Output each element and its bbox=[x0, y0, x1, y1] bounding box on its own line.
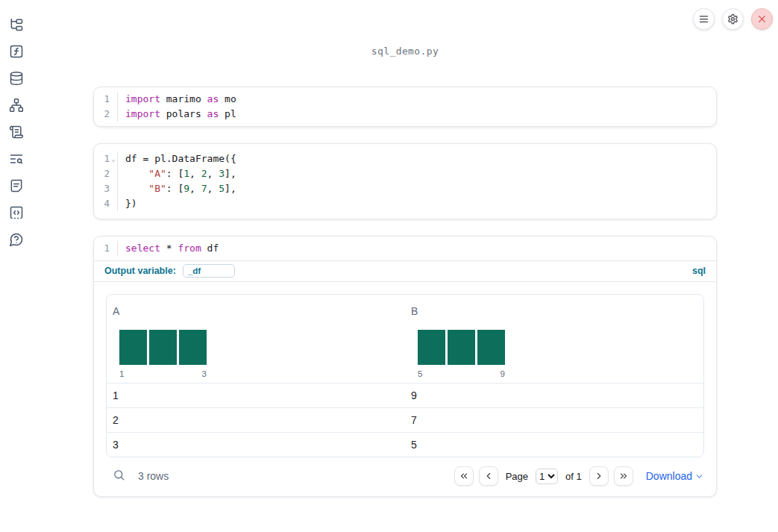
code-line[interactable]: 1⌄df = pl.DataFrame({ bbox=[94, 151, 716, 166]
cell-sql[interactable]: 1select * from df Output variable: sql A… bbox=[93, 236, 717, 497]
histogram-min-label: 5 bbox=[418, 369, 422, 378]
first-page-icon bbox=[459, 471, 469, 481]
database-icon[interactable] bbox=[9, 71, 24, 86]
code-line[interactable]: 1import marimo as mo bbox=[94, 92, 716, 107]
histogram-min-label: 1 bbox=[119, 369, 124, 378]
table-row[interactable]: 19 bbox=[107, 383, 703, 407]
code-editor-sql[interactable]: 1select * from df bbox=[94, 237, 716, 260]
histogram-bar[interactable] bbox=[179, 330, 207, 365]
document-icon[interactable] bbox=[9, 178, 24, 193]
download-button[interactable]: Download bbox=[646, 470, 704, 482]
line-number: 4 bbox=[94, 196, 118, 211]
column-name: A bbox=[113, 305, 405, 317]
histogram-bar[interactable] bbox=[119, 330, 147, 365]
next-page-icon bbox=[594, 471, 604, 481]
column-name: B bbox=[411, 305, 703, 317]
output-variable-input[interactable] bbox=[183, 264, 235, 278]
notebook-filename: sql_demo.py bbox=[93, 46, 717, 57]
code-line[interactable]: 1select * from df bbox=[94, 241, 716, 256]
scroll-text-icon[interactable] bbox=[9, 125, 24, 140]
file-tree-icon[interactable] bbox=[9, 17, 24, 32]
settings-button[interactable] bbox=[722, 8, 744, 30]
table-body: 192735 bbox=[107, 383, 703, 457]
column-header[interactable]: A13 bbox=[107, 305, 405, 378]
output-variable-label: Output variable: bbox=[104, 266, 176, 276]
line-number: 3 bbox=[94, 181, 118, 196]
search-icon[interactable] bbox=[113, 469, 125, 484]
table-cell[interactable]: 7 bbox=[405, 414, 703, 426]
line-number: 1⌄ bbox=[94, 151, 118, 166]
first-page-button[interactable] bbox=[454, 466, 474, 486]
help-circle-icon[interactable] bbox=[9, 232, 24, 247]
page-label: Page bbox=[506, 471, 528, 482]
fold-chevron-icon[interactable]: ⌄ bbox=[110, 155, 117, 163]
column-histogram: 13 bbox=[119, 330, 405, 378]
histogram-bar[interactable] bbox=[418, 330, 445, 365]
prev-page-icon bbox=[483, 471, 494, 481]
notebook: sql_demo.py 1import marimo as mo2import … bbox=[93, 0, 717, 497]
code-text[interactable]: import polars as pl bbox=[118, 107, 236, 122]
table-cell[interactable]: 9 bbox=[405, 389, 703, 401]
code-editor-dataframe[interactable]: 1⌄df = pl.DataFrame({2 "A": [1, 2, 3],3 … bbox=[94, 144, 716, 219]
line-number: 1 bbox=[94, 92, 118, 107]
column-histogram: 59 bbox=[418, 330, 703, 378]
dataframe-table: A13B59 192735 bbox=[106, 294, 704, 457]
table-cell[interactable]: 2 bbox=[107, 414, 405, 426]
code-text[interactable]: import marimo as mo bbox=[118, 92, 236, 107]
cell-output: A13B59 192735 3 rows Page bbox=[94, 281, 716, 496]
code-line[interactable]: 3 "B": [9, 7, 5], bbox=[94, 181, 716, 196]
code-snippet-icon[interactable] bbox=[9, 205, 24, 220]
histogram-max-label: 3 bbox=[202, 369, 207, 378]
histogram-bar[interactable] bbox=[149, 330, 177, 365]
code-line[interactable]: 2import polars as pl bbox=[94, 107, 716, 122]
page-of-label: of 1 bbox=[565, 471, 582, 482]
last-page-icon bbox=[618, 471, 629, 481]
line-number: 2 bbox=[94, 107, 118, 122]
table-row[interactable]: 27 bbox=[107, 407, 703, 432]
text-search-icon[interactable] bbox=[9, 151, 24, 166]
row-count: 3 rows bbox=[138, 470, 169, 482]
column-header[interactable]: B59 bbox=[405, 305, 703, 378]
code-line[interactable]: 2 "A": [1, 2, 3], bbox=[94, 166, 716, 181]
code-editor-imports[interactable]: 1import marimo as mo2import polars as pl bbox=[94, 87, 716, 126]
table-row[interactable]: 35 bbox=[107, 432, 703, 457]
sql-language-badge[interactable]: sql bbox=[692, 266, 706, 276]
dependency-graph-icon[interactable] bbox=[9, 98, 24, 113]
code-text[interactable]: }) bbox=[118, 196, 137, 211]
function-square-icon[interactable] bbox=[9, 44, 24, 59]
table-footer: 3 rows Page 1 of 1 bbox=[106, 466, 704, 486]
download-label: Download bbox=[646, 470, 692, 482]
histogram-bar[interactable] bbox=[477, 330, 505, 365]
code-text[interactable]: df = pl.DataFrame({ bbox=[118, 151, 236, 166]
prev-page-button[interactable] bbox=[479, 466, 498, 486]
cell-imports[interactable]: 1import marimo as mo2import polars as pl bbox=[93, 87, 717, 127]
code-text[interactable]: "A": [1, 2, 3], bbox=[118, 166, 236, 181]
code-text[interactable]: "B": [9, 7, 5], bbox=[118, 181, 236, 196]
settings-icon bbox=[727, 13, 738, 25]
table-header: A13B59 bbox=[107, 295, 703, 383]
line-number: 1 bbox=[94, 241, 118, 256]
code-line[interactable]: 4}) bbox=[94, 196, 716, 211]
cell-dataframe[interactable]: 1⌄df = pl.DataFrame({2 "A": [1, 2, 3],3 … bbox=[93, 143, 717, 219]
histogram-bar[interactable] bbox=[448, 330, 475, 365]
close-button[interactable] bbox=[751, 8, 773, 30]
helper-panel-sidebar bbox=[0, 0, 33, 532]
close-icon bbox=[756, 13, 768, 25]
last-page-button[interactable] bbox=[614, 466, 633, 486]
output-variable-row: Output variable: sql bbox=[94, 260, 716, 281]
line-number: 2 bbox=[94, 166, 118, 181]
table-cell[interactable]: 1 bbox=[107, 389, 405, 401]
table-cell[interactable]: 3 bbox=[107, 439, 405, 451]
code-text[interactable]: select * from df bbox=[118, 241, 219, 256]
page-select[interactable]: 1 bbox=[536, 469, 558, 484]
chevron-down-icon bbox=[694, 472, 704, 481]
table-cell[interactable]: 5 bbox=[405, 439, 703, 451]
next-page-button[interactable] bbox=[589, 466, 609, 486]
histogram-max-label: 9 bbox=[501, 369, 505, 378]
